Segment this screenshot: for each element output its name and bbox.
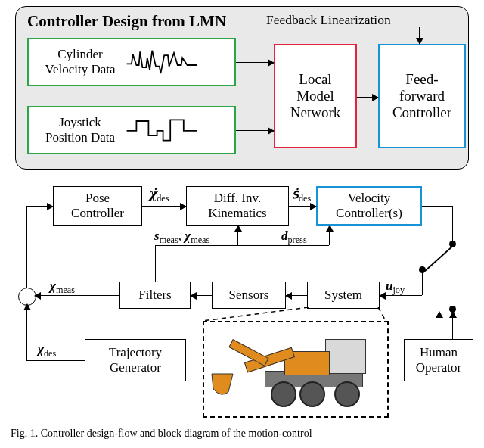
arrow-traj-to-sum (26, 304, 27, 360)
cylinder-velocity-data-box: Cylinder Velocity Data (27, 38, 236, 86)
figure-caption: Fig. 1. Controller design-flow and block… (0, 420, 484, 440)
arrow-filters-to-sum (35, 295, 119, 296)
lmn-title: Controller Design from LMN (27, 12, 226, 31)
velocity-signal-icon (126, 47, 198, 77)
system-box: System (307, 282, 380, 309)
arrow-system-to-sensors (286, 295, 307, 296)
cylinder-velocity-data-label: Cylinder Velocity Data (35, 47, 126, 76)
trajectory-generator-box: Trajectory Generator (85, 339, 186, 381)
velocity-controllers-box: Velocity Controller(s) (316, 186, 422, 226)
local-model-network-box: Local Model Network (274, 44, 357, 148)
diagram-root: Controller Design from LMN Feedback Line… (0, 0, 484, 420)
arrow-fblin-to-ff (419, 27, 420, 44)
system-dashed-connectors (203, 307, 387, 322)
excavator-icon (212, 330, 378, 409)
chi-dot-des-label: χ̇des (148, 186, 169, 204)
feedforward-controller-box: Feed- forward Controller (378, 44, 466, 148)
svg-line-0 (203, 307, 309, 321)
arrow-joypos-to-lmn (236, 130, 274, 131)
svg-line-2 (425, 245, 454, 271)
arrow-sensors-to-filters (191, 295, 212, 296)
arrow-cylvel-to-lmn (236, 62, 274, 63)
filters-box: Filters (119, 282, 191, 309)
position-signal-icon (126, 115, 198, 145)
sensors-box: Sensors (212, 282, 286, 309)
arrow-dik-to-velctrl (289, 206, 316, 207)
smeas-chimeas-label: smeas, χmeas (154, 229, 209, 246)
switch-arm (424, 241, 458, 277)
arrow-smeas-to-dik (237, 226, 238, 245)
svg-line-1 (378, 307, 386, 321)
ujoy-label: ujoy (386, 278, 405, 296)
chi-des-label: χdes (38, 342, 56, 359)
dpress-label: dpress (281, 229, 307, 246)
arrow-dpress-to-velctrl (329, 226, 330, 245)
human-operator-box: Human Operator (404, 339, 473, 381)
feedback-linearization-label: Feedback Linearization (266, 12, 391, 28)
pose-controller-box: Pose Controller (53, 186, 142, 226)
s-dot-des-label: ṡdes (292, 186, 311, 204)
arrow-pose-to-dik (142, 206, 186, 207)
joystick-position-data-label: Joystick Position Data (35, 115, 126, 145)
arrow-lmn-to-ff (357, 97, 378, 98)
joystick-position-data-box: Joystick Position Data (27, 106, 236, 154)
arrow-sum-to-pose (26, 206, 53, 207)
diff-inv-kinematics-box: Diff. Inv. Kinematics (186, 186, 289, 226)
chi-meas-label: χmeas (50, 278, 75, 296)
